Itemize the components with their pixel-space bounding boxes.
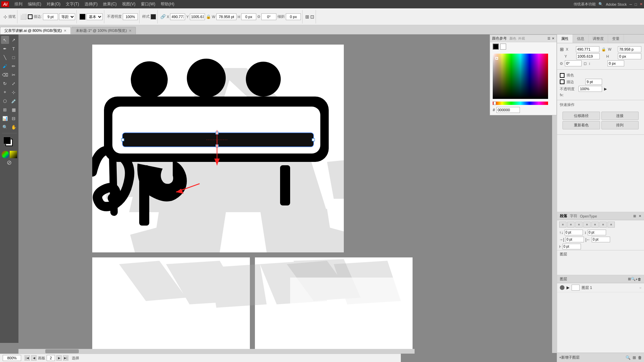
- tab-1[interactable]: 未标题-1* @ 100% (RGB/预览) ✕: [71, 27, 136, 34]
- layers-search-icon[interactable]: 🔍: [631, 277, 636, 281]
- gradient-icon[interactable]: [10, 151, 17, 158]
- layer-row-1[interactable]: ▶ 图层 1 ○: [557, 283, 644, 292]
- opacity-input-panel[interactable]: [579, 86, 602, 92]
- search-icon[interactable]: 🔍: [598, 2, 603, 6]
- type-tab-opentype[interactable]: OpenType: [580, 214, 597, 218]
- align-justify-right[interactable]: ≡: [599, 222, 607, 228]
- menu-item-select[interactable]: 选择(F): [82, 1, 100, 8]
- menu-item-view[interactable]: 视图(V): [119, 1, 138, 8]
- x-input[interactable]: [170, 13, 185, 20]
- tool-pen[interactable]: ✒: [1, 45, 9, 53]
- spacing-before-input[interactable]: [565, 230, 583, 235]
- layer-lock-icon[interactable]: ▶: [567, 285, 570, 290]
- page-number-input[interactable]: [47, 355, 55, 361]
- spacing-after-input[interactable]: [588, 230, 606, 235]
- y-coord-input[interactable]: [576, 53, 600, 59]
- opacity-input[interactable]: [123, 13, 138, 20]
- tool-rotate[interactable]: ↻: [1, 79, 9, 87]
- color-picker-menu[interactable]: ☰: [547, 37, 550, 40]
- align-left[interactable]: ≡: [559, 222, 567, 228]
- color-picker-tab-color[interactable]: 颜色: [509, 36, 516, 41]
- tool-hand[interactable]: ✋: [10, 123, 18, 131]
- tool-eraser[interactable]: ⌫: [1, 71, 9, 79]
- tab-0-close[interactable]: ✕: [64, 29, 66, 33]
- tool-blend[interactable]: ⬡: [1, 97, 9, 105]
- rpanel-tab-adjust[interactable]: 调整度: [589, 35, 608, 43]
- shear-input-panel[interactable]: [607, 60, 624, 66]
- layer-name[interactable]: 图层 1: [582, 285, 592, 290]
- tool-scissors[interactable]: ✂: [10, 71, 18, 79]
- indent-left-input[interactable]: [566, 237, 584, 242]
- page-next-end[interactable]: ▶|: [63, 355, 68, 361]
- shear-input[interactable]: [286, 13, 301, 20]
- swatch-white[interactable]: [500, 44, 506, 50]
- hex-input[interactable]: [496, 107, 520, 113]
- hue-bar[interactable]: [493, 102, 548, 105]
- h-scrollbar[interactable]: [18, 349, 415, 354]
- layer-visibility-btn[interactable]: [560, 285, 565, 290]
- type-panel-expand[interactable]: ⊞: [633, 214, 636, 218]
- type-panel-close[interactable]: ✕: [639, 214, 641, 218]
- color-spectrum[interactable]: [493, 54, 548, 99]
- tool-brush[interactable]: 🖌: [1, 62, 9, 70]
- rpanel-tab-properties[interactable]: 属性: [557, 35, 573, 43]
- window-max[interactable]: □: [635, 2, 637, 6]
- type-tab-paragraph[interactable]: 段落: [560, 214, 567, 219]
- tool-zoom[interactable]: 🔍: [1, 123, 9, 131]
- x-coord-input[interactable]: [576, 46, 599, 52]
- h-input[interactable]: [241, 13, 256, 20]
- qa-btn-arrange[interactable]: 排列: [601, 121, 639, 129]
- new-layer-btn[interactable]: +新增子图层: [559, 355, 580, 360]
- menu-item-text[interactable]: 文字(T): [63, 1, 82, 8]
- tool-eyedropper[interactable]: 💉: [10, 97, 18, 105]
- swatch-black[interactable]: [493, 44, 499, 50]
- tool-warp[interactable]: ⌖: [1, 88, 9, 96]
- align-justify-left[interactable]: ≡: [583, 222, 591, 228]
- menu-item-help[interactable]: 帮助(H): [158, 1, 177, 8]
- page-next[interactable]: ▶: [56, 355, 62, 361]
- transform-icon[interactable]: ⊡: [310, 14, 314, 19]
- w-coord-input[interactable]: [618, 46, 641, 52]
- tool-mesh[interactable]: ⊞: [1, 106, 9, 114]
- first-line-input[interactable]: [562, 244, 581, 249]
- w-input[interactable]: [216, 13, 236, 20]
- menu-item-edit[interactable]: 编辑(E): [25, 1, 44, 8]
- tool-line[interactable]: ╲: [1, 53, 9, 61]
- layers-expand-icon[interactable]: ⊞: [628, 277, 631, 281]
- tool-pencil[interactable]: ✏: [10, 62, 18, 70]
- align-icon[interactable]: ⊞: [305, 14, 309, 19]
- align-justify-center[interactable]: ≡: [591, 222, 599, 228]
- layers-delete-bottom[interactable]: 🗑: [638, 355, 642, 360]
- y-input[interactable]: [190, 13, 205, 20]
- tool-freeform[interactable]: ⊹: [10, 88, 18, 96]
- tool-gradient[interactable]: ▦: [10, 106, 18, 114]
- qa-btn-recolor[interactable]: 重新着色: [562, 121, 600, 129]
- qa-btn-join[interactable]: 连接: [601, 112, 639, 120]
- tool-direct-select[interactable]: ↗: [10, 36, 18, 44]
- tab-1-close[interactable]: ✕: [129, 29, 131, 33]
- color-icon[interactable]: [2, 151, 9, 158]
- tool-type[interactable]: T: [10, 45, 18, 53]
- fill-style-select[interactable]: 基本: [87, 13, 103, 20]
- fill-stroke-swatches[interactable]: [3, 137, 15, 149]
- tab-0[interactable]: 父亲节讲解.ai @ 800% (RGB/预览) ✕: [0, 27, 71, 34]
- type-tab-character[interactable]: 字符: [570, 214, 577, 219]
- align-center[interactable]: ≡: [567, 222, 575, 228]
- align-right[interactable]: ≡: [575, 222, 583, 228]
- qa-btn-offset[interactable]: 位移路径: [562, 112, 600, 120]
- layer-lock-state[interactable]: ○: [639, 286, 641, 290]
- menu-item-paifu[interactable]: 排列: [12, 1, 25, 8]
- tool-rect[interactable]: □: [10, 53, 18, 61]
- angle-input-panel[interactable]: [565, 60, 582, 66]
- layers-create-icon[interactable]: ⊞: [633, 355, 636, 360]
- menu-item-object[interactable]: 对象(O): [44, 1, 63, 8]
- layers-options-icon[interactable]: 🔍: [626, 355, 631, 360]
- h-coord-input[interactable]: [618, 53, 641, 59]
- window-close[interactable]: ✕: [640, 2, 643, 6]
- align-justify-all[interactable]: ≡: [607, 222, 615, 228]
- tool-select[interactable]: ↖: [1, 36, 9, 44]
- none-icon[interactable]: ⊘: [7, 159, 12, 166]
- rpanel-tab-variables[interactable]: 变量: [608, 35, 624, 43]
- tool-slice[interactable]: ⊟: [10, 114, 18, 122]
- window-min[interactable]: ─: [630, 2, 632, 6]
